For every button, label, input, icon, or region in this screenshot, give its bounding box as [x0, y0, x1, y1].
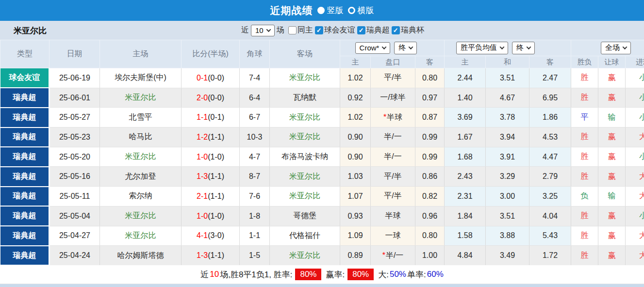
away-team-cell: 米亚尔比 — [270, 128, 340, 147]
league-badge: 瑞典超 — [0, 226, 50, 246]
filter-checkbox[interactable]: ✓ — [315, 26, 323, 34]
table-row: 瑞典超25-06-01米亚尔比2-0(0-0)6-4瓦纳默0.92一/球半0.9… — [0, 88, 644, 108]
header-type: 类型 — [0, 40, 50, 68]
asia-home-odds: 1.02 — [340, 68, 371, 88]
asia-home-odds: 1.07 — [340, 187, 371, 207]
corners-cell: 8-7 — [240, 167, 270, 187]
mean-win: 3.69 — [445, 108, 486, 128]
recent-count-value: 10 — [255, 26, 264, 34]
corners-cell: 6-7 — [240, 108, 270, 128]
date-cell: 25-05-23 — [50, 128, 100, 147]
filter-checkbox-label: 瑞典超 — [366, 25, 390, 35]
table-row: 球会友谊25-06-19埃尔夫斯堡(中)0-1(0-0)7-4米亚尔比1.02平… — [0, 68, 644, 88]
mean-lose: 4.53 — [529, 128, 571, 147]
layout-radio-vertical[interactable]: 竖版 — [317, 5, 344, 16]
recent-results-panel: 近期战绩 竖版 横版 米亚尔比 近 10 场 同主✓球会友谊✓瑞典超✓瑞典杯 — [0, 0, 644, 287]
handicap-result-cell: 赢 — [598, 68, 626, 88]
handicap-result-cell: 输 — [598, 187, 626, 207]
mean-lose: 4.04 — [529, 206, 571, 226]
filter-checkbox[interactable]: ✓ — [357, 26, 365, 34]
date-cell: 25-04-24 — [50, 246, 100, 265]
asia-away-odds: 0.99 — [415, 147, 445, 167]
mean-draw: 3.91 — [486, 147, 529, 167]
header-home: 主场 — [100, 40, 182, 68]
goals-result-cell: 小 — [626, 88, 644, 108]
subheader-asia-line: 盘口 — [371, 56, 415, 68]
score-cell: 1-0(1-0) — [182, 206, 240, 226]
mean-win: 1.67 — [445, 128, 486, 147]
result-cell: 胜 — [571, 128, 598, 147]
asia-line: 半/一 — [371, 147, 415, 167]
asia-away-odds: 0.86 — [415, 167, 445, 187]
stat-text: 场,胜8平1负1, 胜率: — [220, 269, 292, 280]
subheader-asia-away: 客 — [415, 56, 445, 68]
radio-unselected-icon[interactable] — [348, 7, 355, 14]
asia-line: *半/一 — [371, 246, 415, 265]
mean-period-select[interactable]: 终 — [512, 42, 535, 54]
mean-draw: 3.88 — [486, 226, 529, 246]
results-table: 类型 日期 主场 比分(半场) 角球 客场 Crow* 终 胜平负均值 — [0, 40, 644, 265]
home-team-cell: 尤尔加登 — [100, 167, 182, 187]
corners-cell: 4-7 — [240, 147, 270, 167]
bookmaker-period-value: 终 — [398, 43, 406, 52]
near-label: 近 — [241, 25, 249, 35]
league-badge: 球会友谊 — [0, 68, 50, 88]
stat-badge: 80% — [347, 269, 374, 280]
mean-win: 2.44 — [445, 68, 486, 88]
bookmaker-period-select[interactable]: 终 — [394, 42, 417, 54]
recent-count-select[interactable]: 10 — [251, 25, 275, 36]
table-row: 瑞典超25-05-23哈马比1-2(1-1)10-3米亚尔比0.90半/一0.9… — [0, 128, 644, 147]
subheader-mean-draw: 和 — [486, 56, 529, 68]
header-corners: 角球 — [240, 40, 270, 68]
date-cell: 25-05-04 — [50, 206, 100, 226]
handicap-result-cell: 赢 — [598, 147, 626, 167]
mean-lose: 3.25 — [529, 187, 571, 207]
handicap-result-cell: 赢 — [598, 128, 626, 147]
stat-text: 大: — [378, 269, 389, 280]
team-name: 米亚尔比 — [14, 25, 47, 36]
home-team-cell: 米亚尔比 — [100, 88, 182, 108]
score-cell: 0-1(0-0) — [182, 68, 240, 88]
filter-checkbox-label: 球会友谊 — [324, 25, 355, 35]
league-badge: 瑞典超 — [0, 206, 50, 226]
result-cell: 胜 — [571, 226, 598, 246]
scope-select[interactable]: 全场 — [601, 42, 631, 54]
goals-result-cell: 小 — [626, 108, 644, 128]
asia-home-odds: 1.03 — [340, 167, 371, 187]
layout-radio-horizontal[interactable]: 横版 — [348, 5, 374, 16]
filter-checkbox[interactable] — [288, 26, 297, 34]
table-row: 瑞典超25-05-27北雪平1-1(0-1)6-7米亚尔比1.02*半球0.87… — [0, 108, 644, 128]
handicap-result-cell: 赢 — [598, 206, 626, 226]
goals-result-cell: 大 — [626, 128, 644, 147]
date-cell: 25-05-11 — [50, 187, 100, 207]
radio-selected-icon[interactable] — [317, 7, 325, 14]
bookmaker-select[interactable]: Crow* — [355, 42, 391, 54]
result-cell: 胜 — [571, 206, 598, 226]
mean-type-select[interactable]: 胜平负均值 — [456, 42, 508, 54]
date-cell: 25-06-19 — [50, 68, 100, 88]
filter-checkbox[interactable]: ✓ — [392, 26, 400, 34]
away-team-cell: 米亚尔比 — [270, 68, 340, 88]
mean-draw: 3.29 — [486, 167, 529, 187]
score-cell: 2-1(1-1) — [182, 187, 240, 207]
header-date: 日期 — [50, 40, 100, 68]
subheader-asia-home: 主 — [340, 56, 371, 68]
asia-line: 平/半 — [371, 187, 415, 207]
asia-home-odds: 0.93 — [340, 206, 371, 226]
result-cell: 胜 — [571, 68, 598, 88]
asia-away-odds: 0.82 — [415, 187, 445, 207]
mean-draw: 3.00 — [486, 187, 529, 207]
date-cell: 25-05-16 — [50, 167, 100, 187]
table-row: 瑞典超25-05-20米亚尔比1-0(1-0)4-7布洛马波卡纳0.90半/一0… — [0, 147, 644, 167]
asia-home-odds: 0.90 — [340, 128, 371, 147]
league-badge: 瑞典超 — [0, 246, 50, 265]
title-bar: 近期战绩 竖版 横版 — [0, 0, 644, 21]
asia-away-odds: 0.87 — [415, 108, 445, 128]
goals-result-cell: 小 — [626, 206, 644, 226]
corners-cell: 1-5 — [240, 246, 270, 265]
date-cell: 25-04-27 — [50, 226, 100, 246]
home-team-cell: 埃尔夫斯堡(中) — [100, 68, 182, 88]
chevron-down-icon — [500, 45, 505, 49]
mean-draw: 3.51 — [486, 68, 529, 88]
home-team-cell: 米亚尔比 — [100, 226, 182, 246]
